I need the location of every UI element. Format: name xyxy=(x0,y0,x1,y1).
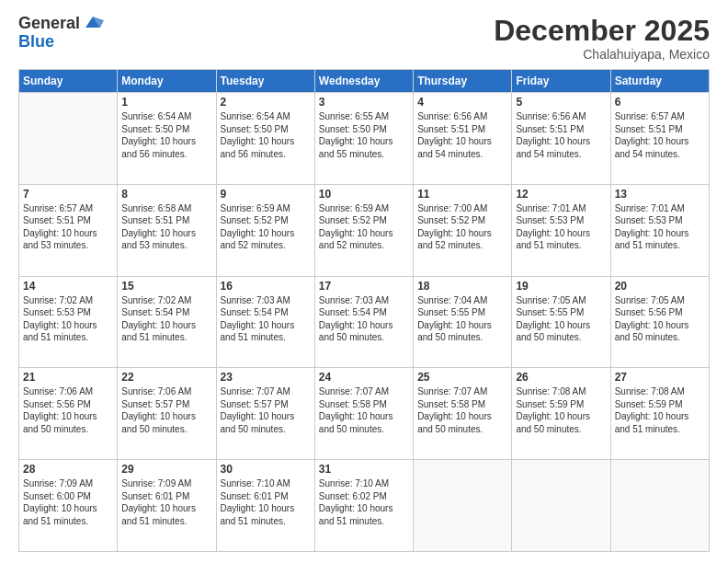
calendar-cell xyxy=(512,460,610,552)
cell-info: Sunrise: 6:57 AMSunset: 5:51 PMDaylight:… xyxy=(23,202,113,252)
day-number: 6 xyxy=(615,96,705,109)
week-row-0: 1Sunrise: 6:54 AMSunset: 5:50 PMDaylight… xyxy=(19,93,710,185)
logo-text: General Blue xyxy=(18,15,104,52)
calendar-cell: 29Sunrise: 7:09 AMSunset: 6:01 PMDayligh… xyxy=(118,460,216,552)
calendar-cell: 3Sunrise: 6:55 AMSunset: 5:50 PMDaylight… xyxy=(314,93,413,185)
day-number: 28 xyxy=(23,463,113,476)
cell-info: Sunrise: 7:08 AMSunset: 5:59 PMDaylight:… xyxy=(615,385,705,435)
calendar-cell: 23Sunrise: 7:07 AMSunset: 5:57 PMDayligh… xyxy=(216,368,314,460)
cell-info: Sunrise: 7:06 AMSunset: 5:57 PMDaylight:… xyxy=(121,385,211,435)
day-number: 19 xyxy=(516,280,606,293)
calendar-cell: 30Sunrise: 7:10 AMSunset: 6:01 PMDayligh… xyxy=(216,460,314,552)
week-row-2: 14Sunrise: 7:02 AMSunset: 5:53 PMDayligh… xyxy=(19,276,710,368)
cell-info: Sunrise: 7:00 AMSunset: 5:52 PMDaylight:… xyxy=(417,202,507,252)
month-title: December 2025 xyxy=(494,15,710,47)
cell-info: Sunrise: 7:03 AMSunset: 5:54 PMDaylight:… xyxy=(221,294,311,344)
calendar-cell: 12Sunrise: 7:01 AMSunset: 5:53 PMDayligh… xyxy=(512,184,610,276)
page: General Blue December 2025 Chalahuiyapa,… xyxy=(0,0,728,563)
day-number: 26 xyxy=(516,371,606,384)
day-number: 27 xyxy=(615,371,705,384)
cell-info: Sunrise: 7:09 AMSunset: 6:01 PMDaylight:… xyxy=(121,477,211,527)
cell-info: Sunrise: 7:07 AMSunset: 5:58 PMDaylight:… xyxy=(319,385,409,435)
logo: General Blue xyxy=(18,15,104,52)
title-block: December 2025 Chalahuiyapa, Mexico xyxy=(494,15,710,62)
calendar-cell: 20Sunrise: 7:05 AMSunset: 5:56 PMDayligh… xyxy=(610,276,709,368)
logo-general: General xyxy=(18,15,80,33)
location: Chalahuiyapa, Mexico xyxy=(494,47,710,62)
calendar-body: 1Sunrise: 6:54 AMSunset: 5:50 PMDaylight… xyxy=(19,93,710,552)
day-number: 15 xyxy=(121,280,211,293)
day-number: 16 xyxy=(221,280,311,293)
day-header-tuesday: Tuesday xyxy=(216,70,314,93)
cell-info: Sunrise: 7:08 AMSunset: 5:59 PMDaylight:… xyxy=(516,385,606,435)
cell-info: Sunrise: 6:54 AMSunset: 5:50 PMDaylight:… xyxy=(121,110,211,160)
day-header-sunday: Sunday xyxy=(19,70,118,93)
calendar-cell: 26Sunrise: 7:08 AMSunset: 5:59 PMDayligh… xyxy=(512,368,610,460)
day-number: 21 xyxy=(23,371,113,384)
header: General Blue December 2025 Chalahuiyapa,… xyxy=(18,15,710,62)
logo-icon xyxy=(82,11,104,33)
cell-info: Sunrise: 7:03 AMSunset: 5:54 PMDaylight:… xyxy=(319,294,409,344)
day-header-saturday: Saturday xyxy=(610,70,709,93)
day-number: 2 xyxy=(221,96,311,109)
calendar-cell: 1Sunrise: 6:54 AMSunset: 5:50 PMDaylight… xyxy=(118,93,216,185)
calendar-cell: 11Sunrise: 7:00 AMSunset: 5:52 PMDayligh… xyxy=(414,184,512,276)
calendar-cell: 5Sunrise: 6:56 AMSunset: 5:51 PMDaylight… xyxy=(512,93,610,185)
calendar-cell: 7Sunrise: 6:57 AMSunset: 5:51 PMDaylight… xyxy=(19,184,118,276)
day-number: 3 xyxy=(319,96,409,109)
cell-info: Sunrise: 6:56 AMSunset: 5:51 PMDaylight:… xyxy=(417,110,507,160)
day-header-monday: Monday xyxy=(118,70,216,93)
week-row-3: 21Sunrise: 7:06 AMSunset: 5:56 PMDayligh… xyxy=(19,368,710,460)
calendar-cell: 19Sunrise: 7:05 AMSunset: 5:55 PMDayligh… xyxy=(512,276,610,368)
calendar-cell: 2Sunrise: 6:54 AMSunset: 5:50 PMDaylight… xyxy=(216,93,314,185)
calendar-cell: 10Sunrise: 6:59 AMSunset: 5:52 PMDayligh… xyxy=(314,184,413,276)
cell-info: Sunrise: 6:56 AMSunset: 5:51 PMDaylight:… xyxy=(516,110,606,160)
calendar-cell: 17Sunrise: 7:03 AMSunset: 5:54 PMDayligh… xyxy=(314,276,413,368)
calendar-cell: 25Sunrise: 7:07 AMSunset: 5:58 PMDayligh… xyxy=(414,368,512,460)
calendar-cell: 27Sunrise: 7:08 AMSunset: 5:59 PMDayligh… xyxy=(610,368,709,460)
day-header-thursday: Thursday xyxy=(414,70,512,93)
day-number: 30 xyxy=(221,463,311,476)
day-number: 18 xyxy=(417,280,507,293)
cell-info: Sunrise: 7:07 AMSunset: 5:58 PMDaylight:… xyxy=(417,385,507,435)
week-row-4: 28Sunrise: 7:09 AMSunset: 6:00 PMDayligh… xyxy=(19,460,710,552)
cell-info: Sunrise: 6:57 AMSunset: 5:51 PMDaylight:… xyxy=(615,110,705,160)
cell-info: Sunrise: 7:06 AMSunset: 5:56 PMDaylight:… xyxy=(23,385,113,435)
cell-info: Sunrise: 6:54 AMSunset: 5:50 PMDaylight:… xyxy=(221,110,311,160)
cell-info: Sunrise: 7:02 AMSunset: 5:54 PMDaylight:… xyxy=(121,294,211,344)
day-number: 23 xyxy=(221,371,311,384)
calendar-cell: 31Sunrise: 7:10 AMSunset: 6:02 PMDayligh… xyxy=(314,460,413,552)
cell-info: Sunrise: 7:07 AMSunset: 5:57 PMDaylight:… xyxy=(221,385,311,435)
day-number: 7 xyxy=(23,188,113,201)
calendar-cell: 14Sunrise: 7:02 AMSunset: 5:53 PMDayligh… xyxy=(19,276,118,368)
calendar-cell: 21Sunrise: 7:06 AMSunset: 5:56 PMDayligh… xyxy=(19,368,118,460)
day-number: 10 xyxy=(319,188,409,201)
day-number: 25 xyxy=(417,371,507,384)
calendar: SundayMondayTuesdayWednesdayThursdayFrid… xyxy=(18,69,710,552)
calendar-cell: 8Sunrise: 6:58 AMSunset: 5:51 PMDaylight… xyxy=(118,184,216,276)
calendar-header: SundayMondayTuesdayWednesdayThursdayFrid… xyxy=(19,70,710,93)
cell-info: Sunrise: 7:04 AMSunset: 5:55 PMDaylight:… xyxy=(417,294,507,344)
cell-info: Sunrise: 7:01 AMSunset: 5:53 PMDaylight:… xyxy=(615,202,705,252)
day-number: 9 xyxy=(221,188,311,201)
cell-info: Sunrise: 7:10 AMSunset: 6:02 PMDaylight:… xyxy=(319,477,409,527)
day-number: 4 xyxy=(417,96,507,109)
cell-info: Sunrise: 6:58 AMSunset: 5:51 PMDaylight:… xyxy=(121,202,211,252)
day-number: 1 xyxy=(121,96,211,109)
cell-info: Sunrise: 7:02 AMSunset: 5:53 PMDaylight:… xyxy=(23,294,113,344)
calendar-cell: 13Sunrise: 7:01 AMSunset: 5:53 PMDayligh… xyxy=(610,184,709,276)
calendar-cell xyxy=(19,93,118,185)
calendar-cell xyxy=(414,460,512,552)
cell-info: Sunrise: 6:59 AMSunset: 5:52 PMDaylight:… xyxy=(319,202,409,252)
calendar-cell xyxy=(610,460,709,552)
cell-info: Sunrise: 7:10 AMSunset: 6:01 PMDaylight:… xyxy=(221,477,311,527)
day-number: 11 xyxy=(417,188,507,201)
header-row: SundayMondayTuesdayWednesdayThursdayFrid… xyxy=(19,70,710,93)
day-number: 31 xyxy=(319,463,409,476)
day-header-friday: Friday xyxy=(512,70,610,93)
week-row-1: 7Sunrise: 6:57 AMSunset: 5:51 PMDaylight… xyxy=(19,184,710,276)
calendar-cell: 15Sunrise: 7:02 AMSunset: 5:54 PMDayligh… xyxy=(118,276,216,368)
day-number: 22 xyxy=(121,371,211,384)
calendar-cell: 6Sunrise: 6:57 AMSunset: 5:51 PMDaylight… xyxy=(610,93,709,185)
day-number: 20 xyxy=(615,280,705,293)
